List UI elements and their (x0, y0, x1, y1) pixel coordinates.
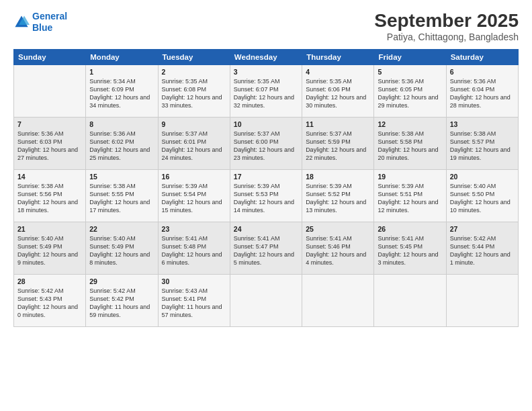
day-number: 2 (162, 68, 226, 76)
col-wednesday: Wednesday (230, 49, 302, 64)
cell-w3-d2: 15Sunrise: 5:38 AM Sunset: 5:55 PM Dayli… (86, 169, 158, 222)
cell-w5-d1: 28Sunrise: 5:42 AM Sunset: 5:43 PM Dayli… (14, 274, 86, 326)
cell-text: Sunrise: 5:41 AM Sunset: 5:48 PM Dayligh… (162, 234, 226, 267)
cell-text: Sunrise: 5:41 AM Sunset: 5:47 PM Dayligh… (234, 234, 298, 267)
cell-w2-d7: 13Sunrise: 5:38 AM Sunset: 5:57 PM Dayli… (446, 117, 518, 169)
day-number: 20 (450, 173, 515, 181)
week-row-5: 28Sunrise: 5:42 AM Sunset: 5:43 PM Dayli… (14, 274, 519, 326)
col-thursday: Thursday (302, 49, 374, 64)
cell-w3-d5: 18Sunrise: 5:39 AM Sunset: 5:52 PM Dayli… (302, 169, 374, 222)
cell-text: Sunrise: 5:40 AM Sunset: 5:49 PM Dayligh… (17, 234, 82, 267)
cell-w2-d2: 8Sunrise: 5:36 AM Sunset: 6:02 PM Daylig… (86, 117, 158, 169)
cell-w5-d4 (230, 274, 302, 326)
cell-text: Sunrise: 5:38 AM Sunset: 5:58 PM Dayligh… (378, 130, 442, 163)
day-number: 18 (306, 173, 370, 181)
day-number: 11 (306, 120, 370, 128)
day-number: 26 (378, 225, 442, 233)
cell-w4-d4: 24Sunrise: 5:41 AM Sunset: 5:47 PM Dayli… (230, 222, 302, 274)
logo-icon (13, 14, 30, 30)
cell-w2-d4: 10Sunrise: 5:37 AM Sunset: 6:00 PM Dayli… (230, 117, 302, 169)
day-number: 19 (378, 173, 442, 181)
day-number: 1 (89, 68, 154, 76)
cell-w1-d4: 3Sunrise: 5:35 AM Sunset: 6:07 PM Daylig… (230, 64, 302, 117)
day-number: 21 (17, 225, 82, 233)
cell-text: Sunrise: 5:36 AM Sunset: 6:05 PM Dayligh… (378, 77, 442, 110)
logo-general: General (32, 11, 67, 21)
month-title: September 2025 (374, 11, 519, 32)
day-number: 6 (450, 68, 515, 76)
cell-text: Sunrise: 5:35 AM Sunset: 6:06 PM Dayligh… (306, 77, 370, 110)
col-monday: Monday (86, 49, 158, 64)
cell-text: Sunrise: 5:40 AM Sunset: 5:49 PM Dayligh… (89, 234, 154, 267)
cell-w4-d5: 25Sunrise: 5:41 AM Sunset: 5:46 PM Dayli… (302, 222, 374, 274)
logo-text: General Blue (32, 11, 67, 34)
cell-w5-d3: 30Sunrise: 5:43 AM Sunset: 5:41 PM Dayli… (158, 274, 230, 326)
cell-w4-d2: 22Sunrise: 5:40 AM Sunset: 5:49 PM Dayli… (86, 222, 158, 274)
header-row: Sunday Monday Tuesday Wednesday Thursday… (14, 49, 519, 64)
cell-w1-d2: 1Sunrise: 5:34 AM Sunset: 6:09 PM Daylig… (86, 64, 158, 117)
cell-w5-d7 (446, 274, 518, 326)
header: General Blue September 2025 Patiya, Chit… (13, 11, 519, 42)
cell-w1-d6: 5Sunrise: 5:36 AM Sunset: 6:05 PM Daylig… (374, 64, 446, 117)
cell-text: Sunrise: 5:40 AM Sunset: 5:50 PM Dayligh… (450, 182, 515, 215)
cell-text: Sunrise: 5:42 AM Sunset: 5:44 PM Dayligh… (450, 234, 515, 267)
cell-w2-d3: 9Sunrise: 5:37 AM Sunset: 6:01 PM Daylig… (158, 117, 230, 169)
day-number: 8 (89, 120, 154, 128)
cell-text: Sunrise: 5:42 AM Sunset: 5:42 PM Dayligh… (89, 287, 154, 320)
logo: General Blue (13, 11, 67, 34)
cell-w1-d3: 2Sunrise: 5:35 AM Sunset: 6:08 PM Daylig… (158, 64, 230, 117)
cell-text: Sunrise: 5:37 AM Sunset: 5:59 PM Dayligh… (306, 130, 370, 163)
day-number: 14 (17, 173, 82, 181)
cell-w3-d3: 16Sunrise: 5:39 AM Sunset: 5:54 PM Dayli… (158, 169, 230, 222)
day-number: 30 (162, 277, 226, 285)
cell-text: Sunrise: 5:34 AM Sunset: 6:09 PM Dayligh… (89, 77, 154, 110)
cell-text: Sunrise: 5:37 AM Sunset: 6:01 PM Dayligh… (162, 130, 226, 163)
day-number: 29 (89, 277, 154, 285)
cell-w3-d4: 17Sunrise: 5:39 AM Sunset: 5:53 PM Dayli… (230, 169, 302, 222)
cell-w1-d1 (14, 64, 86, 117)
cell-w4-d1: 21Sunrise: 5:40 AM Sunset: 5:49 PM Dayli… (14, 222, 86, 274)
col-saturday: Saturday (446, 49, 518, 64)
cell-w4-d3: 23Sunrise: 5:41 AM Sunset: 5:48 PM Dayli… (158, 222, 230, 274)
day-number: 15 (89, 173, 154, 181)
day-number: 10 (234, 120, 298, 128)
cell-w3-d6: 19Sunrise: 5:39 AM Sunset: 5:51 PM Dayli… (374, 169, 446, 222)
week-row-4: 21Sunrise: 5:40 AM Sunset: 5:49 PM Dayli… (14, 222, 519, 274)
cell-text: Sunrise: 5:39 AM Sunset: 5:52 PM Dayligh… (306, 182, 370, 215)
location-subtitle: Patiya, Chittagong, Bangladesh (374, 32, 519, 42)
day-number: 7 (17, 120, 82, 128)
cell-w2-d1: 7Sunrise: 5:36 AM Sunset: 6:03 PM Daylig… (14, 117, 86, 169)
cell-w5-d6 (374, 274, 446, 326)
cell-w5-d2: 29Sunrise: 5:42 AM Sunset: 5:42 PM Dayli… (86, 274, 158, 326)
cell-text: Sunrise: 5:42 AM Sunset: 5:43 PM Dayligh… (17, 287, 82, 320)
logo-blue: Blue (32, 22, 67, 34)
day-number: 16 (162, 173, 226, 181)
title-block: September 2025 Patiya, Chittagong, Bangl… (374, 11, 519, 42)
day-number: 27 (450, 225, 515, 233)
day-number: 5 (378, 68, 442, 76)
cell-w3-d7: 20Sunrise: 5:40 AM Sunset: 5:50 PM Dayli… (446, 169, 518, 222)
cell-text: Sunrise: 5:37 AM Sunset: 6:00 PM Dayligh… (234, 130, 298, 163)
cell-w4-d7: 27Sunrise: 5:42 AM Sunset: 5:44 PM Dayli… (446, 222, 518, 274)
col-friday: Friday (374, 49, 446, 64)
cell-text: Sunrise: 5:39 AM Sunset: 5:53 PM Dayligh… (234, 182, 298, 215)
cell-text: Sunrise: 5:39 AM Sunset: 5:51 PM Dayligh… (378, 182, 442, 215)
day-number: 22 (89, 225, 154, 233)
cell-text: Sunrise: 5:39 AM Sunset: 5:54 PM Dayligh… (162, 182, 226, 215)
cell-text: Sunrise: 5:36 AM Sunset: 6:04 PM Dayligh… (450, 77, 515, 110)
cell-w5-d5 (302, 274, 374, 326)
day-number: 23 (162, 225, 226, 233)
cell-text: Sunrise: 5:43 AM Sunset: 5:41 PM Dayligh… (162, 287, 226, 320)
week-row-3: 14Sunrise: 5:38 AM Sunset: 5:56 PM Dayli… (14, 169, 519, 222)
cell-w1-d5: 4Sunrise: 5:35 AM Sunset: 6:06 PM Daylig… (302, 64, 374, 117)
week-row-1: 1Sunrise: 5:34 AM Sunset: 6:09 PM Daylig… (14, 64, 519, 117)
day-number: 17 (234, 173, 298, 181)
cell-text: Sunrise: 5:38 AM Sunset: 5:56 PM Dayligh… (17, 182, 82, 215)
col-tuesday: Tuesday (158, 49, 230, 64)
cell-w4-d6: 26Sunrise: 5:41 AM Sunset: 5:45 PM Dayli… (374, 222, 446, 274)
cell-text: Sunrise: 5:36 AM Sunset: 6:03 PM Dayligh… (17, 130, 82, 163)
cell-w2-d5: 11Sunrise: 5:37 AM Sunset: 5:59 PM Dayli… (302, 117, 374, 169)
cell-w3-d1: 14Sunrise: 5:38 AM Sunset: 5:56 PM Dayli… (14, 169, 86, 222)
day-number: 9 (162, 120, 226, 128)
col-sunday: Sunday (14, 49, 86, 64)
